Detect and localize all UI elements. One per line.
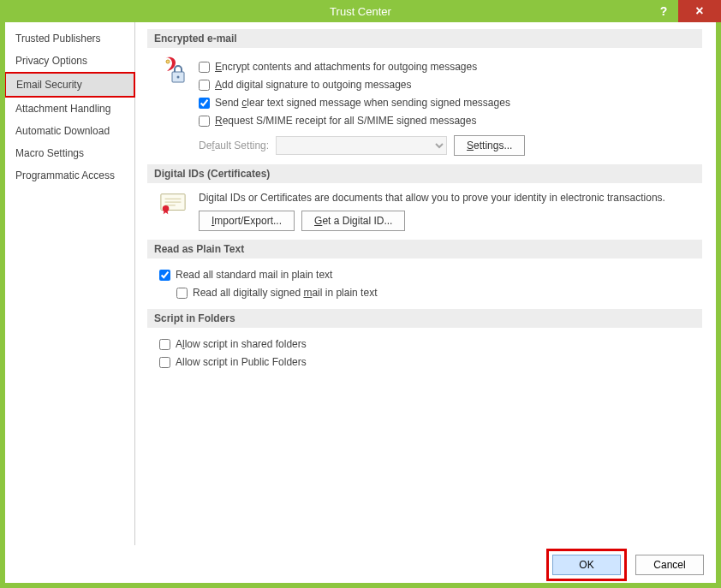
cancel-button[interactable]: Cancel (635, 555, 704, 575)
section-header-encrypted: Encrypted e-mail (147, 29, 702, 48)
sidebar-item-email-security[interactable]: Email Security (5, 72, 135, 98)
close-button[interactable]: × (678, 0, 721, 22)
label-read-standard-plain: Read all standard mail in plain text (176, 267, 332, 282)
checkbox-add-signature[interactable] (199, 80, 210, 91)
label-default-setting: Default Setting: (199, 140, 269, 151)
certificate-icon (159, 192, 187, 216)
sidebar-item-privacy-options[interactable]: Privacy Options (5, 50, 134, 72)
ok-button[interactable]: OK (552, 555, 621, 575)
checkbox-read-standard-plain[interactable] (159, 270, 170, 281)
ok-highlight-box: OK (546, 549, 627, 581)
label-clear-text: Send clear text signed message when send… (215, 95, 510, 110)
import-export-button[interactable]: Import/Export... (199, 211, 295, 231)
label-script-public: Allow script in Public Folders (176, 354, 307, 370)
content-pane: Encrypted e-mail Encrypt contents and (135, 22, 716, 545)
settings-button[interactable]: Settings... (454, 135, 525, 156)
section-header-script: Script in Folders (147, 309, 702, 328)
svg-point-7 (163, 205, 170, 212)
checkbox-script-shared[interactable] (159, 339, 170, 350)
checkbox-smime-receipt[interactable] (199, 116, 210, 127)
sidebar-item-trusted-publishers[interactable]: Trusted Publishers (5, 27, 134, 50)
titlebar: Trust Center ? × (0, 0, 721, 22)
sidebar-item-attachment-handling[interactable]: Attachment Handling (5, 98, 134, 120)
checkbox-script-public[interactable] (159, 357, 170, 368)
label-add-signature: Add digital signature to outgoing messag… (215, 77, 412, 92)
label-smime-receipt: Request S/MIME receipt for all S/MIME si… (215, 113, 476, 128)
label-encrypt-contents: Encrypt contents and attachments for out… (215, 59, 477, 74)
select-default-setting[interactable] (276, 136, 447, 155)
ribbon-lock-icon (159, 56, 187, 86)
sidebar-item-automatic-download[interactable]: Automatic Download (5, 120, 134, 142)
sidebar-item-macro-settings[interactable]: Macro Settings (5, 142, 134, 164)
trust-center-window: Trust Center ? × Trusted Publishers Priv… (0, 0, 721, 588)
get-digital-id-button[interactable]: Get a Digital ID... (301, 211, 405, 231)
svg-point-2 (177, 76, 180, 79)
sidebar: Trusted Publishers Privacy Options Email… (5, 22, 135, 545)
checkbox-encrypt-contents[interactable] (199, 62, 210, 73)
checkbox-read-signed-plain[interactable] (176, 288, 188, 299)
svg-point-0 (166, 60, 170, 63)
window-title: Trust Center (0, 5, 721, 18)
label-read-signed-plain: Read all digitally signed mail in plain … (193, 285, 377, 300)
label-script-shared: Allow script in shared folders (176, 336, 307, 352)
help-button[interactable]: ? (649, 0, 678, 22)
checkbox-clear-text[interactable] (199, 98, 210, 109)
section-header-digital-ids: Digital IDs (Certificates) (147, 164, 702, 183)
dialog-footer: OK Cancel (5, 545, 716, 583)
dialog-body: Trusted Publishers Privacy Options Email… (5, 22, 716, 545)
digital-id-description: Digital IDs or Certificates are document… (199, 192, 702, 204)
sidebar-item-programmatic-access[interactable]: Programmatic Access (5, 164, 134, 187)
section-header-plain-text: Read as Plain Text (147, 240, 702, 258)
